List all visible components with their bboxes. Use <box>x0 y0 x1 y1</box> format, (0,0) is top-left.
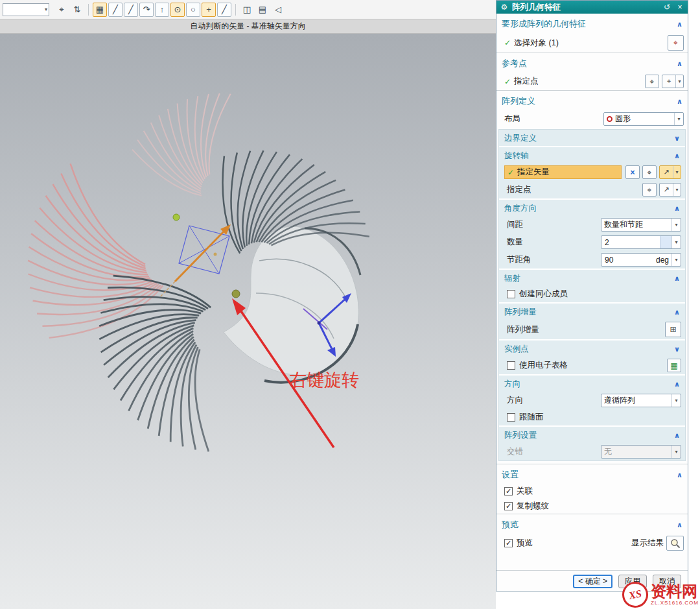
chevron-down-icon: ▾ <box>671 394 681 407</box>
snap-point-on-curve-icon[interactable]: ╱ <box>217 3 231 17</box>
watermark: XS 资料网 ZL.XS1616.COM <box>622 582 699 608</box>
sub-title-boundary: 边界定义 <box>504 133 674 144</box>
orientation-dropdown[interactable]: 遵循阵列 ▾ <box>601 394 681 407</box>
toolbar-separator <box>235 4 236 16</box>
follow-face-checkbox[interactable] <box>507 413 515 422</box>
spreadsheet-icon[interactable]: ▦ <box>667 359 681 372</box>
concentric-members-checkbox[interactable] <box>507 290 515 298</box>
point-constructor-icon[interactable]: ⌖ <box>54 3 69 17</box>
associative-checkbox[interactable]: ✓ <box>504 487 513 496</box>
sub-title-orientation: 方向 <box>504 379 674 390</box>
sub-title-pattern-settings: 阵列设置 <box>504 430 674 441</box>
watermark-logo: XS <box>620 579 650 609</box>
chevron-up-icon[interactable]: ∧ <box>677 521 682 529</box>
sub-title-angular: 角度方向 <box>504 203 674 214</box>
group-title-preview: 预览 <box>502 519 677 531</box>
snap-midpoint-icon[interactable]: ╱ <box>124 3 138 17</box>
group-settings: 设置 ∧ ✓ 关联 ✓ 复制螺纹 <box>496 464 688 514</box>
chevron-up-icon[interactable]: ∧ <box>677 97 682 106</box>
chevron-down-icon: ▾ <box>674 113 683 125</box>
layout-value: 圆形 <box>615 113 631 125</box>
definition-subpanel: 边界定义 ∨ 旋转轴 ∧ ✓ 指定矢量 × ⌖ <box>498 129 686 461</box>
show-shortcuts-icon[interactable]: ◫ <box>240 3 254 17</box>
snap-quadrant-icon[interactable]: ↑ <box>155 3 169 17</box>
chevron-up-icon[interactable]: ∧ <box>674 204 680 213</box>
chevron-up-icon[interactable]: ∧ <box>674 274 680 283</box>
spacing-dropdown[interactable]: 数量和节距 ▾ <box>601 218 681 232</box>
chevron-down-icon[interactable]: ∨ <box>674 134 680 143</box>
count-expression-area[interactable] <box>660 236 671 248</box>
scene-svg: 右键旋转 <box>0 34 496 609</box>
type-filter-combo[interactable]: ▾ <box>3 3 49 16</box>
cue-text: 自动判断的矢量 - 基准轴矢量方向 <box>190 21 306 32</box>
ok-button[interactable]: < 确定 > <box>573 575 612 588</box>
point-icon: ⌖ <box>662 75 675 88</box>
chevron-up-icon[interactable]: ∧ <box>674 380 680 388</box>
pitch-angle-value: 90 <box>601 256 653 265</box>
vector-icon: ↗ <box>660 184 673 196</box>
sub-title-instance: 实例点 <box>504 344 674 355</box>
use-spreadsheet-label: 使用电子表格 <box>519 360 568 371</box>
group-geometry: 要形成阵列的几何特征 ∧ ✓ 选择对象 (1) ⌖ <box>496 14 688 53</box>
pitch-angle-field[interactable]: 90 deg ▾ <box>601 253 681 267</box>
dialog-title: 阵列几何特征 <box>512 2 659 13</box>
cue-bar: 自动判断的矢量 - 基准轴矢量方向 <box>0 19 496 34</box>
layout-dropdown[interactable]: 圆形 ▾ <box>603 112 684 126</box>
snap-grid-point-icon[interactable]: ▦ <box>93 3 107 17</box>
gear-icon: ⚙ <box>499 3 509 12</box>
chevron-up-icon[interactable]: ∧ <box>677 20 682 29</box>
show-result-button[interactable] <box>666 536 684 551</box>
chevron-down-icon[interactable]: ∨ <box>674 345 680 353</box>
layer-settings-icon[interactable]: ▤ <box>255 3 270 17</box>
reset-icon[interactable]: ↺ <box>662 3 672 12</box>
count-field[interactable]: 2 ▾ <box>601 235 681 249</box>
point-dialog-icon[interactable]: ⌖ <box>645 75 659 88</box>
toolbar-separator <box>88 4 89 16</box>
swap-orientation-icon[interactable]: ⇅ <box>70 3 84 17</box>
chevron-up-icon[interactable]: ∧ <box>674 152 680 160</box>
sub-title-radiate: 辐射 <box>504 273 674 284</box>
close-icon[interactable]: × <box>675 3 685 12</box>
chevron-down-icon: ▾ <box>671 219 681 231</box>
show-result-label: 显示结果 <box>631 538 664 549</box>
left-region: ▾ ⌖ ⇅ ▦ ╱ ╱ ↷ ↑ ⊙ ○ + ╱ ◫ ▤ ◁ 自动判断的矢量 - … <box>0 0 496 609</box>
chevron-up-icon[interactable]: ∧ <box>674 431 680 440</box>
snap-endpoint-icon[interactable]: ╱ <box>108 3 122 17</box>
point-dialog-icon[interactable]: ⌖ <box>642 183 657 197</box>
sub-title-increment: 阵列增量 <box>504 307 674 318</box>
sub-orientation: 方向 ∧ 方向 遵循阵列 ▾ 跟随面 <box>499 374 685 425</box>
chevron-up-icon[interactable]: ∧ <box>674 308 680 316</box>
top-toolbar: ▾ ⌖ ⇅ ▦ ╱ ╱ ↷ ↑ ⊙ ○ + ╱ ◫ ▤ ◁ <box>0 0 496 19</box>
olive-handle-sphere <box>232 290 240 298</box>
chevron-up-icon[interactable]: ∧ <box>677 471 682 479</box>
dialog-titlebar[interactable]: ⚙ 阵列几何特征 ↺ × <box>496 1 688 14</box>
chevron-up-icon[interactable]: ∧ <box>677 60 682 68</box>
vector-dialog-icon[interactable]: ⌖ <box>642 165 657 179</box>
snap-center-icon[interactable]: ⊙ <box>170 3 185 17</box>
specify-vector-field[interactable]: ✓ 指定矢量 <box>504 165 622 179</box>
group-title-geometry: 要形成阵列的几何特征 <box>502 18 677 30</box>
spacing-label: 间距 <box>507 219 523 230</box>
follow-face-label: 跟随面 <box>519 412 544 423</box>
vector-options-dropdown[interactable]: ↗ ▾ <box>659 165 681 179</box>
snap-circle-icon[interactable]: ○ <box>186 3 200 17</box>
copy-thread-checkbox[interactable]: ✓ <box>504 502 513 510</box>
stagger-value: 无 <box>604 446 612 457</box>
point-options-dropdown[interactable]: ⌖ ▾ <box>662 75 684 88</box>
group-reference-point: 参考点 ∧ ✓ 指定点 ⌖ ⌖ ▾ <box>496 53 688 91</box>
magnifier-icon <box>670 538 681 549</box>
snap-intersection-icon[interactable]: + <box>202 3 216 17</box>
axis-point-label: 指定点 <box>507 184 531 195</box>
axis-point-options-dropdown[interactable]: ↗ ▾ <box>659 183 681 197</box>
pitch-unit: deg <box>653 256 671 265</box>
cursor-select-icon[interactable]: ◁ <box>271 3 285 17</box>
use-spreadsheet-checkbox[interactable] <box>507 361 515 370</box>
sub-pattern-increment: 阵列增量 ∧ 阵列增量 ⊞ <box>499 302 685 339</box>
select-object-icon[interactable]: ⌖ <box>668 35 684 51</box>
pattern-increment-icon[interactable]: ⊞ <box>665 322 681 337</box>
viewport-3d[interactable]: 右键旋转 <box>0 34 496 609</box>
preview-checkbox[interactable]: ✓ <box>504 539 513 547</box>
check-icon: ✓ <box>504 38 511 47</box>
reverse-direction-icon[interactable]: × <box>625 165 640 179</box>
snap-tangent-icon[interactable]: ↷ <box>139 3 154 17</box>
